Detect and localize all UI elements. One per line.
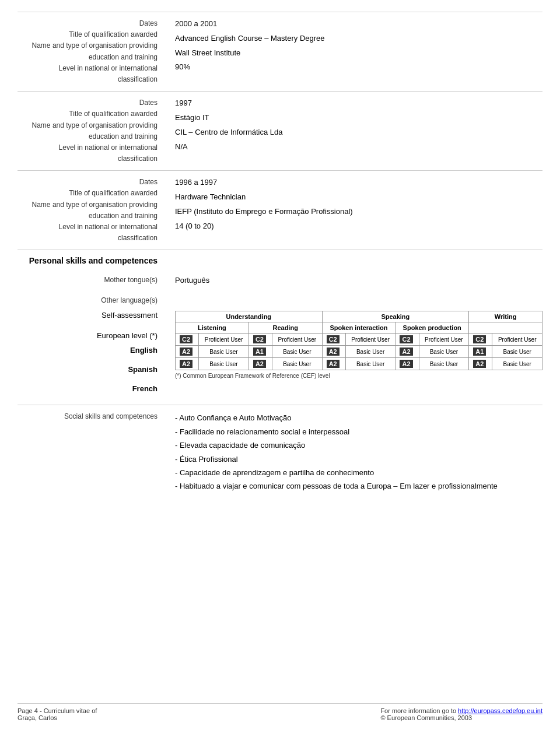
edu3-org-label: Name and type of organisation providing … bbox=[18, 199, 158, 222]
level-badge-3: A2 bbox=[396, 358, 419, 370]
user-label-2: Basic User bbox=[345, 346, 396, 358]
level-badge-1: C2 bbox=[249, 334, 272, 346]
lang-row-english: C2Proficient UserC2Proficient UserC2Prof… bbox=[176, 334, 542, 346]
edu3-dates-label: Dates bbox=[18, 177, 158, 188]
edu1-level-value: 90% bbox=[175, 61, 542, 73]
level-badge-2: A2 bbox=[322, 346, 345, 358]
social-skill-item: - Facilidade no relacionamento social e … bbox=[175, 425, 542, 438]
level-badge-4: A1 bbox=[469, 346, 492, 358]
french-label: French bbox=[18, 384, 158, 393]
edu2-dates-label: Dates bbox=[18, 97, 158, 108]
education-entry-3: Dates Title of qualification awarded Nam… bbox=[18, 170, 542, 250]
social-skills-label: Social skills and competences bbox=[18, 411, 158, 422]
listening-sub-header: Listening bbox=[176, 322, 249, 334]
footer-right-line1: For more information go to http://europa… bbox=[380, 707, 542, 714]
personal-skills-left: Personal skills and competences bbox=[18, 256, 169, 265]
other-languages-label: Other language(s) bbox=[18, 295, 158, 306]
spoken-production-sub-header: Spoken production bbox=[396, 322, 469, 334]
user-label-2: Proficient User bbox=[345, 334, 396, 346]
level-badge-0: A2 bbox=[176, 358, 199, 370]
level-badge-3: A2 bbox=[396, 346, 419, 358]
page: Dates Title of qualification awarded Nam… bbox=[0, 0, 560, 730]
footer-right-line2: © European Communities, 2003 bbox=[380, 714, 542, 721]
social-skills-section: Social skills and competences - Auto Con… bbox=[18, 405, 542, 499]
personal-skills-title: Personal skills and competences bbox=[18, 256, 158, 265]
edu2-labels: Dates Title of qualification awarded Nam… bbox=[18, 97, 169, 164]
user-label-3: Basic User bbox=[419, 346, 469, 358]
english-label: English bbox=[18, 346, 158, 355]
social-skill-item: - Elevada capacidade de comunicação bbox=[175, 438, 542, 452]
footer-right: For more information go to http://europa… bbox=[380, 707, 542, 721]
mother-tongue-value: Português bbox=[175, 275, 542, 287]
user-label-1: Proficient User bbox=[272, 334, 323, 346]
level-badge-4: A2 bbox=[469, 358, 492, 370]
self-assessment-label: Self-assessment bbox=[18, 311, 158, 320]
footer-left-line2: Graça, Carlos bbox=[18, 714, 97, 721]
lang-row-french: A2Basic UserA2Basic UserA2Basic UserA2Ba… bbox=[176, 358, 542, 370]
spoken-interaction-sub-header: Spoken interaction bbox=[322, 322, 396, 334]
reading-sub-header: Reading bbox=[249, 322, 322, 334]
level-badge-1: A1 bbox=[249, 346, 272, 358]
edu2-title-value: Estágio IT bbox=[175, 112, 542, 124]
social-skill-item: - Habituado a viajar e comunicar com pes… bbox=[175, 479, 542, 493]
edu2-level-label: Level in national or international class… bbox=[18, 142, 158, 164]
user-label-4: Proficient User bbox=[492, 334, 542, 346]
understanding-header: Understanding bbox=[176, 311, 323, 322]
level-badge-2: C2 bbox=[322, 334, 345, 346]
edu1-title-value: Advanced English Course – Mastery Degree bbox=[175, 33, 542, 45]
edu1-org-value: Wall Street Institute bbox=[175, 47, 542, 59]
user-label-1: Basic User bbox=[272, 358, 323, 370]
education-entry-1: Dates Title of qualification awarded Nam… bbox=[18, 12, 542, 91]
user-label-3: Basic User bbox=[419, 358, 469, 370]
speaking-header: Speaking bbox=[322, 311, 469, 322]
edu3-level-label: Level in national or international class… bbox=[18, 222, 158, 244]
other-languages-row: Other language(s) bbox=[18, 293, 542, 308]
social-skills-right: - Auto Confiança e Auto Motivação- Facil… bbox=[169, 411, 542, 493]
user-label-4: Basic User bbox=[492, 346, 542, 358]
personal-skills-right bbox=[169, 256, 542, 265]
edu1-level-label: Level in national or international class… bbox=[18, 63, 158, 85]
edu1-dates-label: Dates bbox=[18, 18, 158, 29]
lang-table-container: Understanding Speaking Writing Listening… bbox=[169, 311, 542, 393]
level-badge-0: A2 bbox=[176, 346, 199, 358]
edu1-org-label: Name and type of organisation providing … bbox=[18, 40, 158, 62]
edu3-title-value: Hardware Technician bbox=[175, 191, 542, 203]
page-footer: Page 4 - Curriculum vitae of Graça, Carl… bbox=[18, 703, 542, 721]
edu3-dates-value: 1996 a 1997 bbox=[175, 177, 542, 189]
user-label-0: Basic User bbox=[199, 346, 249, 358]
user-label-4: Basic User bbox=[492, 358, 542, 370]
edu2-org-value: CIL – Centro de Informática Lda bbox=[175, 127, 542, 139]
language-table-section: Self-assessment European level (*) Engli… bbox=[18, 308, 542, 399]
social-skill-item: - Auto Confiança e Auto Motivação bbox=[175, 411, 542, 424]
edu1-dates-value: 2000 a 2001 bbox=[175, 18, 542, 30]
other-languages-left: Other language(s) bbox=[18, 295, 169, 306]
edu2-values: 1997 Estágio IT CIL – Centro de Informát… bbox=[169, 97, 542, 164]
language-table: Understanding Speaking Writing Listening… bbox=[175, 311, 542, 370]
personal-skills-section: Personal skills and competences bbox=[18, 250, 542, 271]
edu3-labels: Dates Title of qualification awarded Nam… bbox=[18, 177, 169, 244]
edu3-org-value: IEFP (Instituto do Emprego e Formação Pr… bbox=[175, 206, 542, 218]
edu1-values: 2000 a 2001 Advanced English Course – Ma… bbox=[169, 18, 542, 85]
footer-link[interactable]: http://europass.cedefop.eu.int bbox=[458, 707, 542, 714]
level-badge-4: C2 bbox=[469, 334, 492, 346]
mother-tongue-left: Mother tongue(s) bbox=[18, 275, 169, 289]
social-skills-list: - Auto Confiança e Auto Motivação- Facil… bbox=[175, 411, 542, 493]
education-entry-2: Dates Title of qualification awarded Nam… bbox=[18, 91, 542, 170]
user-label-3: Proficient User bbox=[419, 334, 469, 346]
user-label-2: Basic User bbox=[345, 358, 396, 370]
social-skill-item: - Capacidade de aprendizagem e partilha … bbox=[175, 466, 542, 479]
lang-row-spanish: A2Basic UserA1Basic UserA2Basic UserA2Ba… bbox=[176, 346, 542, 358]
mother-tongue-row: Mother tongue(s) Português bbox=[18, 271, 542, 293]
mother-tongue-right: Português bbox=[169, 275, 542, 289]
other-languages-right bbox=[169, 295, 542, 306]
edu1-title-label: Title of qualification awarded bbox=[18, 29, 158, 40]
level-badge-2: A2 bbox=[322, 358, 345, 370]
spanish-label: Spanish bbox=[18, 365, 158, 374]
writing-sub-header bbox=[469, 322, 542, 334]
footer-left: Page 4 - Curriculum vitae of Graça, Carl… bbox=[18, 707, 97, 721]
edu2-dates-value: 1997 bbox=[175, 97, 542, 110]
edu2-level-value: N/A bbox=[175, 141, 542, 153]
mother-tongue-label: Mother tongue(s) bbox=[18, 275, 158, 286]
edu3-title-label: Title of qualification awarded bbox=[18, 188, 158, 199]
social-skill-item: - Ética Profissional bbox=[175, 452, 542, 466]
